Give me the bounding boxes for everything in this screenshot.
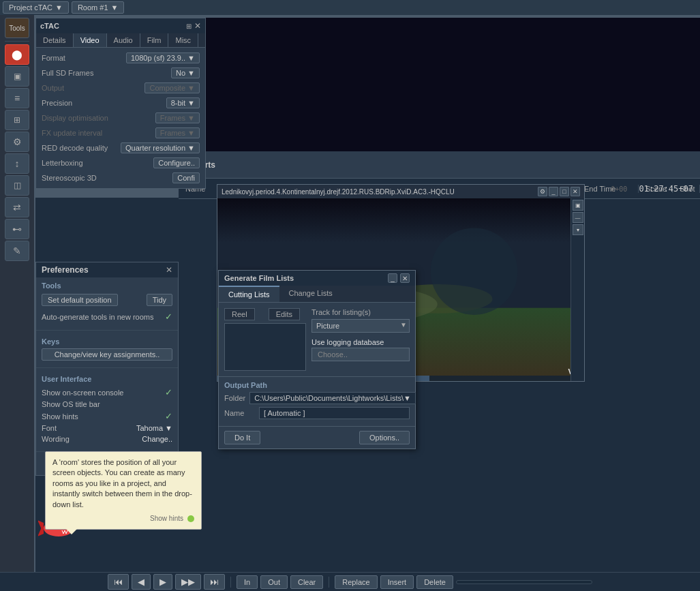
do-it-button[interactable]: Do It [224, 431, 260, 444]
tooltip-text: A 'room' stores the position of all your… [52, 458, 192, 509]
prefs-title-bar: Preferences ✕ [36, 262, 178, 277]
ctac-tab-misc[interactable]: Misc [168, 33, 198, 47]
transport-progress[interactable] [456, 580, 592, 584]
insert-button[interactable]: Insert [380, 575, 414, 589]
connect-button[interactable]: ⊷ [5, 219, 29, 239]
font-value[interactable]: Tahoma ▼ [136, 424, 172, 432]
step-back-button[interactable]: ◀ [132, 574, 151, 590]
delete-button[interactable]: Delete [416, 575, 453, 589]
key-assignments-button[interactable]: Change/view key assignments.. [42, 348, 172, 361]
choose-button[interactable]: Choose.. [311, 348, 410, 361]
switch-button[interactable]: ⇄ [5, 197, 29, 217]
prefs-tools-buttons: Set default position Tidy [42, 292, 172, 307]
font-label: Font [42, 424, 57, 432]
red-decode-value[interactable]: Quarter resolution ▼ [121, 142, 200, 153]
tidy-button[interactable]: Tidy [147, 294, 172, 306]
fullsd-value[interactable]: No ▼ [171, 67, 200, 78]
video-settings-button[interactable]: ⚙ [538, 187, 547, 196]
ctac-row-red-decode: RED decode quality Quarter resolution ▼ [36, 140, 205, 155]
video-window-controls: ⚙ _ □ ✕ [538, 187, 580, 196]
edit-button[interactable]: ✎ [5, 241, 29, 261]
format-value[interactable]: 1080p (sf) 23.9.. ▼ [126, 52, 200, 63]
ctac-tab-video[interactable]: Video [74, 33, 107, 47]
stereoscopic-value[interactable]: Confi [172, 172, 200, 183]
dialog-close-button[interactable]: ✕ [400, 273, 410, 283]
dialog-content: Reel Edits Track for listing(s) Picture … [219, 303, 415, 376]
ctac-row-stereoscopic: Stereoscopic 3D Confi [36, 170, 205, 185]
ctac-row-letterboxing: Letterboxing Configure.. [36, 155, 205, 170]
prefs-auto-generate-row: Auto-generate tools in new rooms ✓ [42, 310, 172, 323]
ctac-tab-details[interactable]: Details [36, 33, 74, 47]
transport-divider-1 [230, 577, 231, 588]
replace-button[interactable]: Replace [335, 575, 377, 589]
ctac-row-display-opt: Display optimisation Frames ▼ [36, 110, 205, 125]
mark-in-button[interactable]: In [237, 575, 258, 589]
tooltip: A 'room' stores the position of all your… [45, 451, 202, 530]
letterboxing-label: Letterboxing [42, 159, 83, 167]
video-sidebar: ▣ — ▾ [570, 198, 584, 381]
video-sidebar-btn-2[interactable]: — [573, 212, 583, 223]
record-button[interactable]: ⬤ [5, 44, 29, 65]
tools-toggle[interactable]: Tools [5, 18, 29, 38]
set-default-position-button[interactable]: Set default position [42, 294, 118, 306]
folder-value[interactable]: C:\Users\Public\Documents\Lightworks\Lis… [249, 392, 416, 404]
grid-button[interactable]: ⊞ [5, 110, 29, 130]
output-value[interactable]: Composite ▼ [144, 82, 200, 93]
name-auto: [ Automatic ] [264, 409, 305, 417]
tracks-button[interactable]: ≡ [5, 88, 29, 108]
go-to-start-button[interactable]: ⏮ [108, 574, 129, 590]
track-section: Track for listing(s) Picture ▼ Use loggi… [311, 308, 410, 371]
fx-update-value[interactable]: Frames ▼ [155, 127, 200, 138]
letterboxing-value[interactable]: Configure.. [153, 157, 200, 168]
ctac-tab-film[interactable]: Film [140, 33, 169, 47]
hints-label: Show hints [42, 412, 78, 421]
video-title-bar: Lednikovyj.period.4.Kontinentalnyj.drejf… [217, 185, 584, 198]
video-maximize-button[interactable]: □ [560, 187, 569, 196]
prefs-ui-title: User Interface [42, 375, 172, 383]
ctac-row-precision: Precision 8-bit ▼ [36, 95, 205, 110]
prefs-keys-section: Keys Change/view key assignments.. [36, 333, 178, 365]
divider-2 [36, 367, 178, 368]
room-selector[interactable]: Room #1 ▼ [72, 1, 125, 14]
hints-indicator [187, 515, 194, 522]
divider-1 [36, 330, 178, 331]
options-button[interactable]: Options.. [359, 431, 410, 444]
wording-value[interactable]: Change.. [142, 435, 172, 443]
folder-dropdown-icon: ▼ [404, 394, 411, 402]
dialog-minimize-button[interactable]: _ [388, 273, 397, 283]
panels-button[interactable]: ◫ [5, 175, 29, 196]
prefs-close-button[interactable]: ✕ [166, 265, 172, 275]
ctac-title: cTAC [40, 22, 59, 30]
video-title: Lednikovyj.period.4.Kontinentalnyj.drejf… [222, 188, 455, 196]
prefs-ui-row-font: Font Tahoma ▼ [42, 423, 172, 434]
prefs-keys-title: Keys [42, 337, 172, 346]
clear-button[interactable]: Clear [290, 575, 323, 589]
step-forward-button[interactable]: ▶▶ [175, 574, 201, 590]
tab-cutting-lists[interactable]: Cutting Lists [219, 286, 279, 302]
tooltip-footer: Show hints [52, 514, 194, 524]
preferences-panel: Preferences ✕ Tools Set default position… [35, 262, 179, 476]
fx-button[interactable]: ▣ [5, 66, 29, 87]
display-opt-value[interactable]: Frames ▼ [155, 112, 200, 123]
ctac-tab-audio[interactable]: Audio [107, 33, 140, 47]
video-sidebar-btn-1[interactable]: ▣ [573, 200, 583, 211]
output-section: Output Path Folder C:\Users\Public\Docum… [219, 376, 415, 426]
reel-edits-header: Reel Edits [224, 308, 306, 320]
play-button[interactable]: ▶ [153, 574, 172, 590]
video-minimize-button[interactable]: _ [549, 187, 558, 196]
reel-edits-container: Reel Edits [224, 308, 306, 371]
ctac-close-button[interactable]: ✕ [194, 21, 201, 31]
mark-out-button[interactable]: Out [260, 575, 288, 589]
scroll-button[interactable]: ↕ [5, 153, 29, 174]
track-select[interactable]: Picture [311, 319, 410, 333]
video-sidebar-btn-3[interactable]: ▾ [573, 224, 583, 235]
ctac-grid-icon[interactable]: ⊞ [186, 22, 192, 30]
film-lists-dialog: Generate Film Lists _ ✕ Cutting Lists Ch… [218, 270, 416, 449]
transport-divider-2 [329, 577, 329, 588]
video-close-button[interactable]: ✕ [570, 187, 580, 196]
settings-button[interactable]: ⚙ [5, 132, 29, 152]
tab-change-lists[interactable]: Change Lists [279, 286, 342, 302]
precision-value[interactable]: 8-bit ▼ [166, 97, 200, 108]
project-selector[interactable]: Project cTAC ▼ [3, 1, 69, 14]
go-to-end-button[interactable]: ⏭ [204, 574, 225, 590]
